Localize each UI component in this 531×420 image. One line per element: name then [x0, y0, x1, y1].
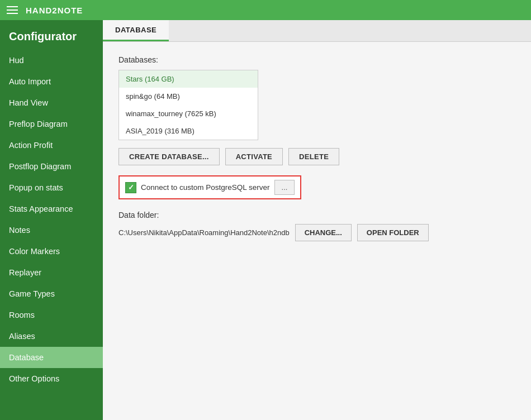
sidebar-title: Configurator: [0, 20, 103, 50]
sidebar-item-hud[interactable]: Hud: [0, 50, 103, 71]
sidebar-item-replayer[interactable]: Replayer: [0, 262, 103, 283]
main-layout: Configurator Hud Auto Import Hand View P…: [0, 20, 531, 420]
open-folder-button[interactable]: OPEN FOLDER: [357, 224, 429, 241]
sidebar-item-preflop-diagram[interactable]: Preflop Diagram: [0, 113, 103, 135]
sidebar-item-other-options[interactable]: Other Options: [0, 368, 103, 389]
data-folder-row: C:\Users\Nikita\AppData\Roaming\Hand2Not…: [118, 224, 515, 241]
db-action-buttons: CREATE DATABASE... ACTIVATE DELETE: [118, 148, 515, 165]
tab-database[interactable]: DATABASE: [103, 20, 169, 41]
sidebar-item-notes[interactable]: Notes: [0, 219, 103, 241]
db-item-2[interactable]: winamax_tourney (7625 kB): [119, 105, 258, 122]
database-list: Stars (164 GB) spin&go (64 MB) winamax_t…: [118, 70, 258, 140]
sidebar-item-database[interactable]: Database: [0, 347, 103, 368]
sidebar-item-auto-import[interactable]: Auto Import: [0, 71, 103, 92]
content-panel: Databases: Stars (164 GB) spin&go (64 MB…: [103, 42, 531, 420]
sidebar: Configurator Hud Auto Import Hand View P…: [0, 20, 103, 420]
data-folder-section: Data folder: C:\Users\Nikita\AppData\Roa…: [118, 211, 515, 241]
databases-label: Databases:: [118, 55, 515, 64]
sidebar-item-hand-view[interactable]: Hand View: [0, 92, 103, 113]
db-item-0[interactable]: Stars (164 GB): [119, 70, 258, 88]
sidebar-item-stats-appearance[interactable]: Stats Appearance: [0, 198, 103, 219]
menu-icon[interactable]: [7, 6, 18, 14]
content-area: DATABASE Databases: Stars (164 GB) spin&…: [103, 20, 531, 420]
sidebar-item-postflop-diagram[interactable]: Postflop Diagram: [0, 156, 103, 177]
create-database-button[interactable]: CREATE DATABASE...: [118, 148, 220, 165]
data-folder-path: C:\Users\Nikita\AppData\Roaming\Hand2Not…: [118, 228, 290, 237]
tab-bar: DATABASE: [103, 20, 531, 42]
custom-pg-checkbox[interactable]: [125, 182, 136, 193]
custom-pg-dots-button[interactable]: ...: [274, 180, 295, 195]
data-folder-label: Data folder:: [118, 211, 515, 219]
custom-pg-row: Connect to custom PostgreSQL server ...: [118, 175, 301, 199]
delete-button[interactable]: DELETE: [288, 148, 339, 165]
sidebar-item-aliases[interactable]: Aliases: [0, 326, 103, 347]
db-item-1[interactable]: spin&go (64 MB): [119, 88, 258, 105]
sidebar-item-game-types[interactable]: Game Types: [0, 283, 103, 304]
sidebar-item-color-markers[interactable]: Color Markers: [0, 241, 103, 262]
sidebar-item-popup-on-stats[interactable]: Popup on stats: [0, 177, 103, 198]
sidebar-item-rooms[interactable]: Rooms: [0, 304, 103, 326]
custom-pg-label: Connect to custom PostgreSQL server: [141, 183, 270, 192]
topbar: HAND2NOTE: [0, 0, 531, 20]
db-item-3[interactable]: ASIA_2019 (316 MB): [119, 122, 258, 140]
app-title: HAND2NOTE: [26, 6, 83, 15]
activate-button[interactable]: ACTIVATE: [225, 148, 283, 165]
change-button[interactable]: CHANGE...: [295, 224, 352, 241]
sidebar-item-action-profit[interactable]: Action Profit: [0, 135, 103, 156]
